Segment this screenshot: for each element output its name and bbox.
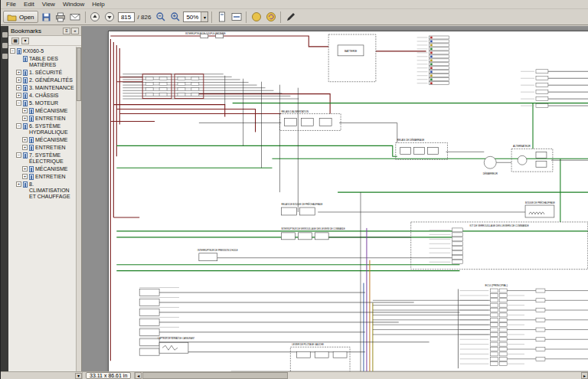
bookmarks-tab-icon[interactable]: [2, 32, 8, 38]
bookmark-label: ENTRETIEN: [35, 145, 66, 151]
label-battery: BATTERIE: [345, 50, 358, 53]
scroll-right-icon[interactable]: ▸: [581, 372, 588, 379]
switch: [315, 233, 328, 240]
bookmark-item[interactable]: +ENTRETIEN: [8, 115, 76, 123]
menu-help[interactable]: Help: [88, 1, 108, 8]
fit-width-button[interactable]: [230, 11, 243, 24]
document-viewer[interactable]: INTERRUPTEUR DE COUPLE-BATTERIE BATTERIE…: [82, 26, 588, 371]
expand-icon[interactable]: +: [16, 77, 21, 83]
expand-icon[interactable]: +: [16, 93, 21, 98]
bookmark-item[interactable]: +ENTRETIEN: [8, 173, 76, 181]
collapse-icon[interactable]: −: [16, 100, 21, 106]
bookmark-page-icon: [23, 181, 28, 188]
relay: [428, 147, 439, 154]
horizontal-scrollbar-thumb[interactable]: [142, 372, 288, 379]
expand-icon[interactable]: +: [22, 174, 28, 179]
print-icon: [55, 12, 66, 22]
bookmark-page-icon: [29, 137, 34, 143]
connector: [296, 351, 310, 358]
bookmark-item[interactable]: −7. SYSTÈME ÉLECTRIQUE: [8, 152, 76, 165]
print-button[interactable]: [54, 11, 67, 24]
menu-window[interactable]: Window: [59, 1, 88, 8]
fit-width-icon: [231, 11, 242, 22]
panel-options-icon[interactable]: ≡: [63, 28, 70, 34]
open-folder-icon: [7, 13, 17, 21]
alternator-symbol: [518, 155, 527, 165]
zoom-dropdown-arrow-icon[interactable]: ▾: [201, 12, 207, 21]
bookmark-item[interactable]: −6. SYSTÈME HYDRAULIQUE: [8, 123, 76, 136]
expand-icon[interactable]: +: [16, 70, 21, 75]
connector: [536, 152, 547, 158]
expand-icon[interactable]: +: [22, 166, 28, 172]
bookmark-item[interactable]: +MÉCANISME: [8, 136, 76, 144]
menu-file[interactable]: File: [2, 1, 20, 8]
bookmark-label: 2. GÉNÉRALITÉS: [29, 77, 73, 83]
email-button[interactable]: [69, 11, 82, 24]
bookmarks-toolbar: ▦ ▾: [8, 36, 81, 46]
collapse-icon[interactable]: −: [10, 48, 15, 54]
collapse-icon[interactable]: −: [16, 123, 21, 129]
stamp-button[interactable]: [264, 11, 277, 24]
zoom-out-button[interactable]: [154, 11, 167, 24]
expand-icon[interactable]: +: [22, 108, 28, 113]
zoom-select[interactable]: 50% ▾: [183, 11, 208, 22]
zoom-out-icon: [155, 11, 166, 22]
fuel-sensor-box: [159, 342, 188, 353]
battery-switch-connector: [216, 34, 224, 38]
panel-collapse-icon[interactable]: «: [71, 28, 79, 34]
glow-plug-box: [525, 205, 554, 217]
label-lever-lock-kit: KIT DE VERROUILLAGE DES LEVIERS DE COMMA…: [470, 224, 529, 227]
expand-icon[interactable]: +: [16, 181, 21, 187]
expand-icon[interactable]: +: [22, 116, 28, 121]
bookmark-item[interactable]: +4. CHÂSSIS: [8, 92, 76, 100]
bookmark-item[interactable]: +1. SÉCURITÉ: [8, 69, 76, 77]
collapse-icon[interactable]: −: [16, 152, 21, 158]
bookmark-label: MÉCANISME: [35, 137, 67, 143]
sidebar-scrollbar[interactable]: [76, 47, 81, 371]
bookmark-item[interactable]: +MÉCANISME: [8, 165, 76, 173]
page-number-input[interactable]: [118, 12, 135, 22]
sidebar-scrollbar-thumb[interactable]: [77, 47, 81, 101]
save-button[interactable]: [40, 11, 53, 24]
bookmark-item[interactable]: +3. MAINTENANCE: [8, 84, 76, 92]
scroll-left-icon[interactable]: ◂: [135, 372, 142, 379]
label-power-relay: RELAIS D'ALIMENTATION: [281, 110, 309, 113]
bookmark-item[interactable]: TABLE DES MATIÈRES: [8, 55, 76, 69]
attachments-tab-icon[interactable]: [2, 54, 8, 59]
page-down-icon: [104, 11, 115, 22]
relay: [281, 207, 296, 215]
expand-icon[interactable]: +: [22, 137, 28, 142]
menu-edit[interactable]: Edit: [20, 1, 38, 8]
toolbar-separator: [211, 11, 212, 23]
next-page-button[interactable]: [103, 11, 116, 24]
bookmarks-panel: Bookmarks ≡ « ▦ ▾ −KX060-5TABLE DES MATI…: [8, 26, 82, 371]
expand-icon[interactable]: +: [16, 85, 21, 90]
bookmark-item[interactable]: +8. CLIMATISATION ET CHAUFFAGE: [8, 181, 76, 201]
sidebar-scroll-down-icon[interactable]: ▾: [75, 373, 82, 379]
label-glow-relay: RELAIS DE BOUGIE DE PRÉCHAUFFAGE: [281, 202, 322, 206]
bookmark-item[interactable]: −KX060-5: [8, 47, 76, 55]
signature-button[interactable]: [284, 11, 297, 24]
bookmark-item[interactable]: −5. MOTEUR: [8, 100, 76, 107]
expand-icon[interactable]: +: [22, 145, 28, 150]
open-button[interactable]: Open: [3, 11, 38, 23]
menu-view[interactable]: View: [38, 1, 59, 8]
relay: [284, 119, 296, 126]
comment-button[interactable]: [250, 11, 263, 24]
horizontal-scrollbar[interactable]: ◂ ▸: [134, 372, 588, 379]
bookmark-options-menu-icon[interactable]: ▦: [11, 38, 19, 44]
bookmark-label: ENTRETIEN: [35, 116, 66, 122]
email-icon: [70, 12, 80, 21]
document-page[interactable]: INTERRUPTEUR DE COUPLE-BATTERIE BATTERIE…: [108, 31, 588, 371]
fit-page-button[interactable]: [215, 11, 228, 24]
bookmarks-panel-header: Bookmarks ≡ «: [8, 26, 81, 36]
zoom-in-button[interactable]: [168, 11, 181, 24]
bookmark-item[interactable]: +ENTRETIEN: [8, 144, 76, 152]
pages-tab-icon[interactable]: [2, 43, 8, 48]
bookmark-item[interactable]: +MÉCANISME: [8, 107, 76, 115]
previous-page-button[interactable]: [89, 11, 102, 24]
bookmark-options-arrow-icon[interactable]: ▾: [21, 38, 29, 44]
bookmark-label: 5. MOTEUR: [29, 100, 58, 106]
save-icon: [41, 12, 51, 22]
bookmark-item[interactable]: +2. GÉNÉRALITÉS: [8, 77, 76, 84]
